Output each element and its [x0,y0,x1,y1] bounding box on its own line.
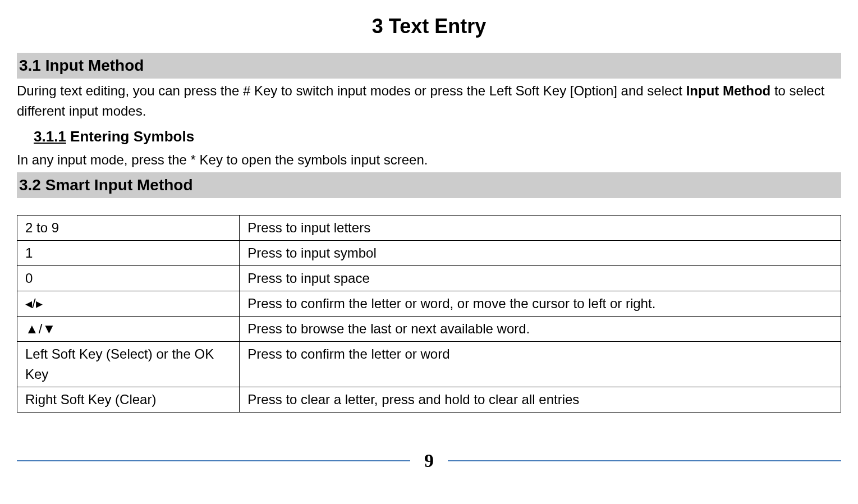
subsection-title: Entering Symbols [66,128,194,145]
table-cell-key: ◂/▸ [17,291,240,317]
table-row: 0 Press to input space [17,266,841,291]
table-row: 1 Press to input symbol [17,241,841,266]
table-cell-key: 2 to 9 [17,216,240,241]
table-cell-key: Right Soft Key (Clear) [17,387,240,413]
table-row: 2 to 9 Press to input letters [17,216,841,241]
table-row: Right Soft Key (Clear) Press to clear a … [17,387,841,413]
chapter-title: 3 Text Entry [17,11,841,42]
table-cell-desc: Press to input letters [240,216,841,241]
page-footer: 9 [17,446,841,475]
table-cell-desc: Press to input space [240,266,841,291]
table-cell-key: 0 [17,266,240,291]
section-3-1-text: During text editing, you can press the #… [17,81,841,121]
text-before-bold: During text editing, you can press the #… [17,83,686,98]
smart-input-table: 2 to 9 Press to input letters 1 Press to… [17,215,841,413]
section-3-1-heading: 3.1 Input Method [17,53,841,79]
section-3-2-heading: 3.2 Smart Input Method [17,172,841,198]
footer-line-left [17,460,410,461]
table-cell-desc: Press to confirm the letter or word [240,342,841,387]
text-bold: Input Method [686,83,771,98]
footer-line-right [448,460,841,461]
table-row: ▲/▼ Press to browse the last or next ava… [17,317,841,342]
table-cell-key: Left Soft Key (Select) or the OK Key [17,342,240,387]
table-row: Left Soft Key (Select) or the OK Key Pre… [17,342,841,387]
table-cell-desc: Press to clear a letter, press and hold … [240,387,841,413]
page-number: 9 [424,446,434,475]
table-cell-key: ▲/▼ [17,317,240,342]
table-cell-key: 1 [17,241,240,266]
section-3-1-1-heading: 3.1.1 Entering Symbols [34,126,841,148]
subsection-number: 3.1.1 [34,128,66,145]
table-cell-desc: Press to confirm the letter or word, or … [240,291,841,317]
table-row: ◂/▸ Press to confirm the letter or word,… [17,291,841,317]
table-cell-desc: Press to input symbol [240,241,841,266]
table-cell-desc: Press to browse the last or next availab… [240,317,841,342]
section-3-1-1-text: In any input mode, press the * Key to op… [17,150,841,170]
